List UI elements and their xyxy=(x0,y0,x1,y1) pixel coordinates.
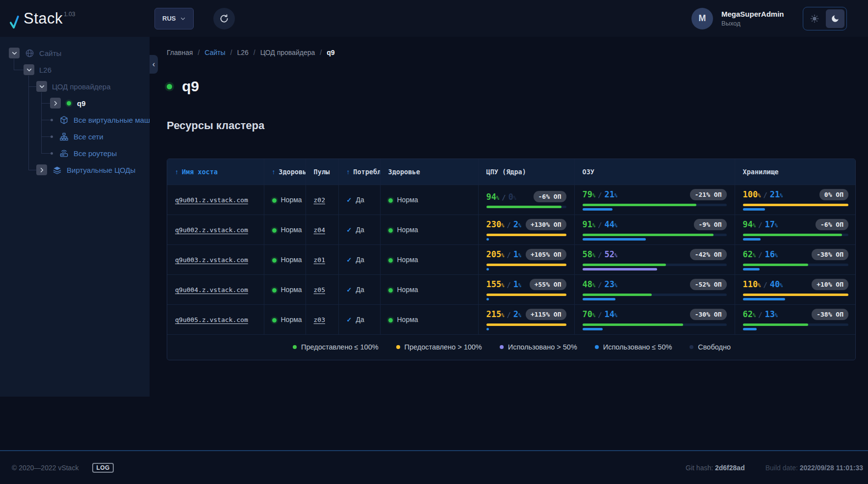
storage-used: 40% xyxy=(770,279,783,289)
build-date-label: Build date: xyxy=(766,464,798,472)
check-icon: ✓ xyxy=(347,256,352,264)
breadcrumb-item[interactable]: Главная xyxy=(167,49,193,56)
tree-item-sites[interactable]: Сайты xyxy=(0,45,150,61)
avatar[interactable]: M xyxy=(691,8,713,29)
git-hash-label: Git hash: xyxy=(686,464,713,472)
host-link[interactable]: q9u003.z.vstack.com xyxy=(175,256,248,264)
refresh-button[interactable] xyxy=(213,8,235,29)
provided-bar xyxy=(583,294,727,296)
main-content: Главная/Сайты/L26/ЦОД провайдера/q9 q9 Р… xyxy=(150,37,868,450)
column-header-consume[interactable]: ↑Потребл xyxy=(338,159,380,185)
pool-link[interactable]: z01 xyxy=(314,256,325,264)
breadcrumb-item[interactable]: L26 xyxy=(237,49,248,56)
storage-provided: 62% xyxy=(743,309,756,319)
table-row: q9u001.z.vstack.comНормаz02✓ДаНорма94%/0… xyxy=(167,185,856,215)
tree-item-label: ЦОД провайдера xyxy=(52,82,111,91)
provided-bar xyxy=(743,264,849,266)
provided-bar xyxy=(743,234,849,236)
consume-status: Да xyxy=(356,316,364,323)
pool-link[interactable]: z02 xyxy=(314,196,325,204)
ram-used: 52% xyxy=(604,249,617,259)
host-link[interactable]: q9u002.z.vstack.com xyxy=(175,226,248,234)
logout-link[interactable]: Выход xyxy=(721,20,740,27)
chevron-down-icon[interactable] xyxy=(9,48,20,58)
column-header-host[interactable]: ↑Имя хоста xyxy=(167,159,264,185)
health-dot xyxy=(272,318,277,323)
host-link[interactable]: q9u004.z.vstack.com xyxy=(175,286,248,294)
cpu-cell: 94%/0%-6% ОП xyxy=(478,185,574,215)
tree-item-all-networks[interactable]: Все сети xyxy=(0,128,150,145)
provided-bar xyxy=(743,204,849,206)
pool-link[interactable]: z03 xyxy=(314,316,325,323)
check-icon: ✓ xyxy=(347,286,352,294)
column-header-pools[interactable]: Пулы xyxy=(306,159,338,185)
globe-icon xyxy=(25,48,34,58)
used-bar xyxy=(583,328,603,330)
breadcrumb-item[interactable]: Сайты xyxy=(204,49,225,56)
moon-icon[interactable] xyxy=(826,9,844,28)
breadcrumb-item[interactable]: ЦОД провайдера xyxy=(260,49,315,56)
overprovision-badge: -9% ОП xyxy=(694,219,727,230)
logo-text: Stack xyxy=(24,8,63,29)
column-header-cpu[interactable]: ЦПУ (Ядра) xyxy=(478,159,574,185)
language-selector[interactable]: RUS xyxy=(154,8,194,29)
used-bar xyxy=(583,238,646,241)
host-link[interactable]: q9u005.z.vstack.com xyxy=(175,316,248,323)
sidebar-collapse-button[interactable]: ‹ xyxy=(150,55,158,74)
storage-cell: 100%/21%0% ОП xyxy=(735,185,856,215)
table-row: q9u005.z.vstack.comНормаz03✓ДаНорма215%/… xyxy=(167,304,856,334)
used-bar xyxy=(743,328,757,330)
legend: Предоставлено ≤ 100%Предоставлено > 100%… xyxy=(175,343,848,351)
tree-item-all-routers[interactable]: Все роутеры xyxy=(0,145,150,161)
health-dot xyxy=(272,198,277,203)
storage-cell: 94%/17%-6% ОП xyxy=(735,215,856,244)
used-bar xyxy=(583,268,658,270)
legend-item: Предоставлено ≤ 100% xyxy=(293,343,379,351)
tree-item-all-vms[interactable]: Все виртуальные машины xyxy=(0,111,150,128)
tree-item-dc-provider[interactable]: ЦОД провайдера xyxy=(0,78,150,95)
legend-item: Предоставлено > 100% xyxy=(396,343,482,351)
ram-cell: 79%/21%-21% ОП xyxy=(574,185,735,215)
status-dot xyxy=(167,84,172,89)
sort-asc-icon: ↑ xyxy=(347,168,350,176)
column-header-ram[interactable]: ОЗУ xyxy=(574,159,735,185)
theme-toggle[interactable] xyxy=(803,7,847,30)
used-bar xyxy=(583,208,613,211)
provided-bar xyxy=(486,234,566,236)
consume-status: Да xyxy=(356,286,364,294)
pool-link[interactable]: z04 xyxy=(314,226,325,234)
copyright: © 2020—2022 vStack xyxy=(12,464,78,472)
storage-provided: 94% xyxy=(743,219,756,229)
ram-cell: 48%/23%-52% ОП xyxy=(574,274,735,304)
column-header-health2[interactable]: Здоровье xyxy=(380,159,478,185)
pool-link[interactable]: z05 xyxy=(314,286,325,294)
check-icon: ✓ xyxy=(347,196,352,204)
legend-dot xyxy=(595,345,599,349)
chevron-right-icon[interactable] xyxy=(50,98,61,108)
column-header-storage[interactable]: Хранилище xyxy=(735,159,856,185)
host-link[interactable]: q9u001.z.vstack.com xyxy=(175,196,248,204)
overprovision-badge: -6% ОП xyxy=(816,219,848,230)
overprovision-badge: -52% ОП xyxy=(690,279,727,290)
chevron-down-icon[interactable] xyxy=(36,81,47,92)
tree-item-q9[interactable]: q9 xyxy=(0,95,150,111)
consume-status: Да xyxy=(356,256,364,264)
cpu-provided: 155% xyxy=(486,279,505,289)
health-status: Норма xyxy=(397,286,418,294)
tree-item-label: Виртуальные ЦОДы xyxy=(67,166,135,174)
column-header-health[interactable]: ↑Здоровье xyxy=(264,159,306,185)
log-badge[interactable]: LOG xyxy=(92,463,114,473)
sun-icon[interactable] xyxy=(805,9,824,28)
chevron-right-icon[interactable] xyxy=(36,164,47,175)
overprovision-badge: -21% ОП xyxy=(690,189,727,200)
provided-bar xyxy=(486,206,566,208)
tree-item-virtual-dcs[interactable]: Виртуальные ЦОДы xyxy=(0,161,150,178)
used-bar xyxy=(486,268,489,270)
consume-status: Да xyxy=(356,226,364,234)
overprovision-badge: +115% ОП xyxy=(526,309,566,320)
breadcrumb-separator: / xyxy=(198,49,200,56)
cpu-cell: 205%/1%+105% ОП xyxy=(478,244,574,274)
tree-item-l26[interactable]: L26 xyxy=(0,61,150,78)
ram-used: 23% xyxy=(604,279,617,289)
chevron-down-icon[interactable] xyxy=(24,64,34,75)
